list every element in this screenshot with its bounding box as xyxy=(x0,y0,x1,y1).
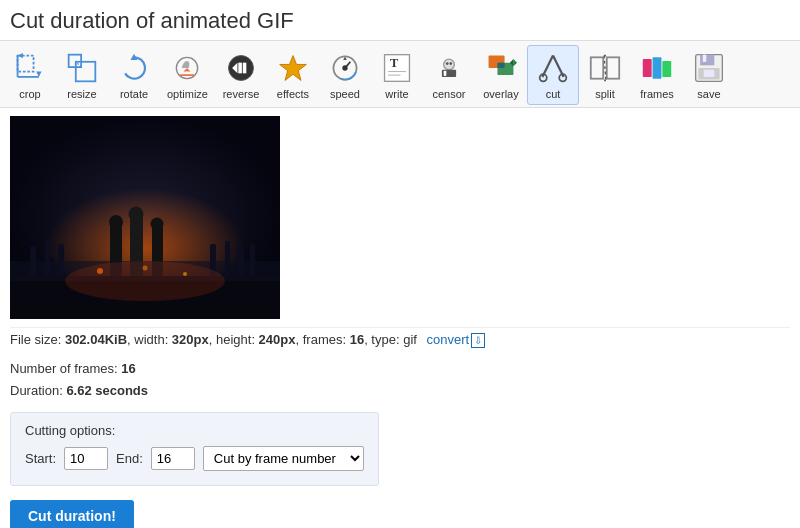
svg-marker-15 xyxy=(280,56,307,81)
resize-icon xyxy=(64,50,100,86)
method-select[interactable]: Cut by frame number Cut by time (seconds… xyxy=(203,446,364,471)
file-type: gif xyxy=(403,332,417,347)
svg-rect-46 xyxy=(662,61,671,77)
cut-button-container: Cut duration! xyxy=(10,500,790,528)
tool-reverse-label: reverse xyxy=(223,88,260,100)
optimize-icon xyxy=(169,50,205,86)
svg-rect-32 xyxy=(497,63,504,68)
svg-rect-0 xyxy=(18,56,34,72)
svg-marker-33 xyxy=(513,59,517,66)
tool-save-label: save xyxy=(697,88,720,100)
tool-effects-label: effects xyxy=(277,88,309,100)
svg-text:T: T xyxy=(390,56,399,70)
end-input[interactable] xyxy=(151,447,195,470)
tool-resize-label: resize xyxy=(67,88,96,100)
tool-rotate-label: rotate xyxy=(120,88,148,100)
cutting-options-title: Cutting options: xyxy=(25,423,364,438)
svg-point-62 xyxy=(109,215,123,229)
cut-icon xyxy=(535,50,571,86)
cut-duration-button[interactable]: Cut duration! xyxy=(10,500,134,528)
tool-censor[interactable]: censor xyxy=(423,45,475,105)
duration-stat: Duration: 6.62 seconds xyxy=(10,380,790,402)
tool-split-label: split xyxy=(595,88,615,100)
tool-resize[interactable]: resize xyxy=(56,45,108,105)
write-icon: T xyxy=(379,50,415,86)
effects-icon xyxy=(275,50,311,86)
duration-value: 6.62 seconds xyxy=(66,383,148,398)
censor-icon xyxy=(431,50,467,86)
file-frames: 16 xyxy=(350,332,364,347)
svg-point-25 xyxy=(444,59,455,70)
gif-preview-inner xyxy=(10,116,280,319)
file-width: 320px xyxy=(172,332,209,347)
tool-cut-label: cut xyxy=(546,88,561,100)
tool-write-label: write xyxy=(385,88,408,100)
rotate-icon xyxy=(116,50,152,86)
tool-frames-label: frames xyxy=(640,88,674,100)
tool-save[interactable]: save xyxy=(683,45,735,105)
tool-speed[interactable]: speed xyxy=(319,45,371,105)
frames-value: 16 xyxy=(121,361,135,376)
svg-point-64 xyxy=(129,207,144,222)
svg-line-19 xyxy=(345,62,350,68)
convert-icon: ⇩ xyxy=(471,333,485,348)
tool-reverse[interactable]: reverse xyxy=(215,45,267,105)
content-area: File size: 302.04KiB, width: 320px, heig… xyxy=(0,108,800,528)
svg-point-66 xyxy=(151,218,164,231)
svg-rect-40 xyxy=(607,57,619,78)
svg-rect-51 xyxy=(704,70,715,77)
tool-speed-label: speed xyxy=(330,88,360,100)
file-size: 302.04KiB xyxy=(65,332,127,347)
svg-rect-39 xyxy=(591,57,603,78)
tool-optimize-label: optimize xyxy=(167,88,208,100)
reverse-icon xyxy=(223,50,259,86)
start-input[interactable] xyxy=(64,447,108,470)
svg-point-70 xyxy=(97,268,103,274)
svg-point-27 xyxy=(449,62,452,65)
gif-preview xyxy=(10,116,280,319)
tool-frames[interactable]: frames xyxy=(631,45,683,105)
toolbar: crop resize rotate xyxy=(0,40,800,108)
svg-rect-6 xyxy=(76,62,96,82)
file-info: File size: 302.04KiB, width: 320px, heig… xyxy=(10,327,790,348)
save-icon xyxy=(691,50,727,86)
svg-point-71 xyxy=(183,272,187,276)
tool-censor-label: censor xyxy=(432,88,465,100)
frames-icon xyxy=(639,50,675,86)
end-label: End: xyxy=(116,451,143,466)
frames-stat: Number of frames: 16 xyxy=(10,358,790,380)
svg-point-26 xyxy=(446,62,449,65)
cutting-options-box: Cutting options: Start: End: Cut by fram… xyxy=(10,412,379,486)
svg-line-43 xyxy=(604,56,606,81)
tool-effects[interactable]: effects xyxy=(267,45,319,105)
cutting-options-row: Start: End: Cut by frame number Cut by t… xyxy=(25,446,364,471)
stats-section: Number of frames: 16 Duration: 6.62 seco… xyxy=(10,358,790,402)
tool-write[interactable]: T write xyxy=(371,45,423,105)
tool-rotate[interactable]: rotate xyxy=(108,45,160,105)
tool-crop[interactable]: crop xyxy=(4,45,56,105)
overlay-icon xyxy=(483,50,519,86)
svg-rect-13 xyxy=(238,63,242,74)
file-height: 240px xyxy=(259,332,296,347)
svg-rect-44 xyxy=(643,59,652,77)
svg-rect-14 xyxy=(243,63,247,74)
convert-link[interactable]: convert xyxy=(427,332,470,347)
svg-rect-29 xyxy=(444,71,447,76)
tool-optimize[interactable]: optimize xyxy=(160,45,215,105)
start-label: Start: xyxy=(25,451,56,466)
speed-icon xyxy=(327,50,363,86)
crop-icon xyxy=(12,50,48,86)
split-icon xyxy=(587,50,623,86)
svg-point-72 xyxy=(143,266,148,271)
page-title: Cut duration of animated GIF xyxy=(0,0,800,40)
tool-cut[interactable]: cut xyxy=(527,45,579,105)
tool-overlay[interactable]: overlay xyxy=(475,45,527,105)
svg-rect-48 xyxy=(700,55,714,66)
svg-rect-49 xyxy=(703,55,707,62)
tool-crop-label: crop xyxy=(19,88,40,100)
tool-overlay-label: overlay xyxy=(483,88,518,100)
svg-rect-45 xyxy=(653,57,662,78)
tool-split[interactable]: split xyxy=(579,45,631,105)
